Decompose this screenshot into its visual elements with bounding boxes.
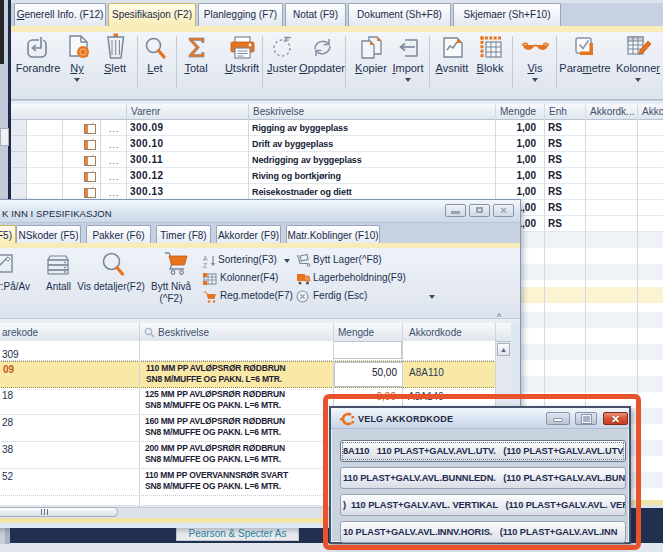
svg-text:A: A (203, 255, 208, 262)
svg-text:Z: Z (203, 262, 207, 268)
